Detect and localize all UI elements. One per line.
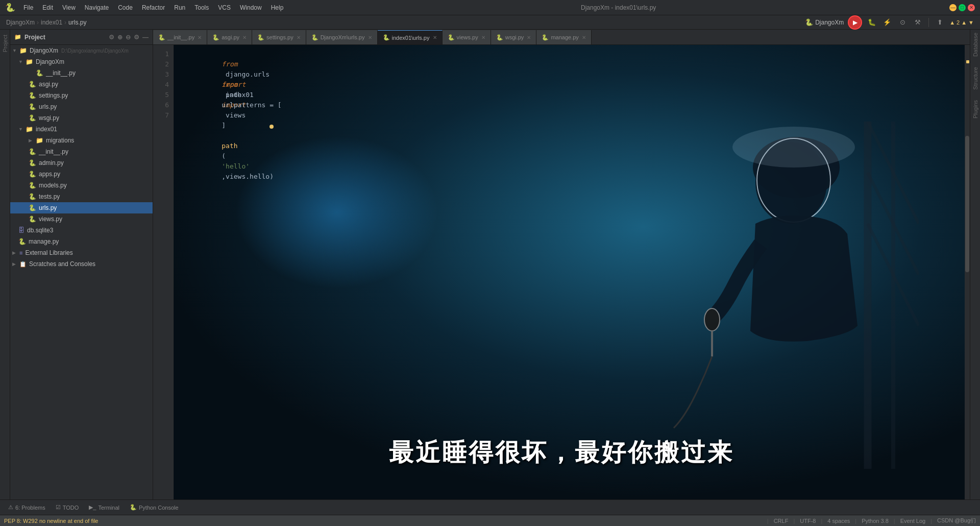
menu-run[interactable]: Run bbox=[170, 3, 189, 12]
tree-scratches[interactable]: ▶ 📋 Scratches and Consoles bbox=[10, 258, 153, 270]
tree-migrations-folder[interactable]: ▶ 📁 migrations bbox=[10, 135, 153, 146]
problems-tab[interactable]: ⚠ 6: Problems bbox=[4, 502, 50, 513]
tab-manage[interactable]: 🐍 manage.py ✕ bbox=[536, 30, 591, 44]
run-config-icon: 🐍 bbox=[805, 18, 813, 26]
project-panel-title: Project bbox=[24, 34, 45, 41]
project-menu-icon[interactable]: ⚙ bbox=[134, 34, 139, 41]
tree-urls-py-main[interactable]: 🐍 urls.py bbox=[10, 101, 153, 112]
migrations-icon: 📁 bbox=[36, 137, 43, 144]
plugins-tab-label[interactable]: Plugins bbox=[971, 97, 979, 122]
profile-button[interactable]: ⚡ bbox=[881, 17, 893, 28]
tab-djangoxm-urls[interactable]: 🐍 DjangoXm\urls.py ✕ bbox=[306, 30, 378, 44]
migrations-label: migrations bbox=[46, 137, 74, 144]
tree-wsgi-py[interactable]: 🐍 wsgi.py bbox=[10, 112, 153, 124]
menu-bar: File Edit View Navigate Code Refactor Ru… bbox=[19, 3, 287, 12]
coverage-button[interactable]: ⊙ bbox=[897, 17, 908, 28]
database-tab-label[interactable]: Database bbox=[971, 30, 979, 60]
todo-tab[interactable]: ☑ TODO bbox=[52, 502, 83, 513]
tab-asgi-close[interactable]: ✕ bbox=[242, 35, 247, 40]
tab-views-close[interactable]: ✕ bbox=[481, 35, 485, 40]
tab-index01-urls[interactable]: 🐍 index01\urls.py ✕ bbox=[378, 30, 443, 44]
tree-external-libs[interactable]: ▶ ≡ External Libraries bbox=[10, 247, 153, 258]
breadcrumb-middle[interactable]: index01 bbox=[41, 19, 62, 26]
run-button[interactable]: ▶ bbox=[848, 15, 862, 30]
tree-init-py-2[interactable]: 🐍 __init__.py bbox=[10, 146, 153, 157]
warning-count[interactable]: ▲▲ 22 ▲ ▼ bbox=[949, 19, 974, 26]
tab-settings[interactable]: 🐍 settings.py ✕ bbox=[252, 30, 306, 44]
menu-code[interactable]: Code bbox=[114, 3, 137, 12]
indent[interactable]: 4 spaces bbox=[827, 518, 850, 524]
window-controls: — □ ✕ bbox=[949, 4, 975, 11]
tab-wsgi[interactable]: 🐍 wsgi.py ✕ bbox=[491, 30, 537, 44]
menu-tools[interactable]: Tools bbox=[190, 3, 213, 12]
tree-index01-folder[interactable]: ▼ 📁 index01 bbox=[10, 124, 153, 135]
tab-init[interactable]: 🐍 __init__.py ✕ bbox=[153, 30, 207, 44]
build-button[interactable]: ⚒ bbox=[912, 17, 923, 28]
project-collapse-icon[interactable]: ⊖ bbox=[126, 34, 131, 41]
menu-refactor[interactable]: Refactor bbox=[138, 3, 169, 12]
tree-root[interactable]: ▼ 📁 DjangoXm D:\Djangoxiangmu\DjangoXm bbox=[10, 45, 153, 56]
line-ending[interactable]: CRLF bbox=[774, 518, 789, 524]
tree-apps-py[interactable]: 🐍 apps.py bbox=[10, 169, 153, 180]
tab-manage-close[interactable]: ✕ bbox=[582, 35, 586, 40]
init-py-label-1: __init__.py bbox=[46, 69, 76, 77]
project-panel-toggle[interactable]: Project bbox=[1, 32, 9, 55]
apps-label: apps.py bbox=[39, 171, 60, 178]
tab-views[interactable]: 🐍 views.py ✕ bbox=[443, 30, 491, 44]
structure-tab-label[interactable]: Structure bbox=[971, 64, 979, 93]
tab-init-close[interactable]: ✕ bbox=[198, 35, 202, 40]
tree-asgi-py[interactable]: 🐍 asgi.py bbox=[10, 79, 153, 90]
index01-folder-icon: 📁 bbox=[26, 126, 33, 133]
run-configuration: 🐍 DjangoXm bbox=[805, 18, 844, 26]
tab-settings-close[interactable]: ✕ bbox=[297, 35, 301, 40]
tree-djangoxm-folder[interactable]: ▼ 📁 DjangoXm bbox=[10, 56, 153, 67]
tab-asgi[interactable]: 🐍 asgi.py ✕ bbox=[207, 30, 252, 44]
tab-djangoxm-urls-label: DjangoXm\urls.py bbox=[321, 34, 365, 40]
views-icon: 🐍 bbox=[29, 216, 36, 223]
tree-admin-py[interactable]: 🐍 admin.py bbox=[10, 157, 153, 169]
tree-db-sqlite[interactable]: 🗄 db.sqlite3 bbox=[10, 225, 153, 236]
menu-navigate[interactable]: Navigate bbox=[81, 3, 113, 12]
scrollbar-gutter bbox=[965, 45, 970, 499]
menu-vcs[interactable]: VCS bbox=[214, 3, 235, 12]
ext-libs-label: External Libraries bbox=[25, 249, 72, 256]
root-arrow: ▼ bbox=[12, 48, 18, 53]
tree-models-py[interactable]: 🐍 models.py bbox=[10, 180, 153, 191]
code-editor[interactable]: from django.urls import path from index0… bbox=[174, 45, 970, 499]
git-button[interactable]: ⬆ bbox=[934, 17, 945, 28]
terminal-tab[interactable]: ▶_ Terminal bbox=[85, 502, 124, 513]
breadcrumb-current[interactable]: urls.py bbox=[68, 19, 86, 26]
encoding[interactable]: UTF-8 bbox=[800, 518, 816, 524]
tree-views-py[interactable]: 🐍 views.py bbox=[10, 213, 153, 225]
tab-djangoxm-urls-close[interactable]: ✕ bbox=[368, 35, 372, 40]
breadcrumb-root[interactable]: DjangoXm bbox=[6, 19, 35, 26]
menu-file[interactable]: File bbox=[19, 3, 37, 12]
status-sep-1: | bbox=[767, 518, 769, 524]
tree-init-py-1[interactable]: 🐍 __init__.py bbox=[10, 67, 153, 79]
menu-edit[interactable]: Edit bbox=[38, 3, 57, 12]
init-py-icon-1: 🐍 bbox=[36, 69, 43, 77]
tree-tests-py[interactable]: 🐍 tests.py bbox=[10, 191, 153, 202]
menu-view[interactable]: View bbox=[58, 3, 80, 12]
minimize-button[interactable]: — bbox=[949, 4, 957, 11]
project-minimize-icon[interactable]: — bbox=[142, 34, 149, 41]
run-config-name[interactable]: DjangoXm bbox=[815, 19, 844, 26]
tree-urls-py-index[interactable]: 🐍 urls.py bbox=[10, 202, 153, 213]
tree-settings-py[interactable]: 🐍 settings.py bbox=[10, 90, 153, 101]
tab-wsgi-close[interactable]: ✕ bbox=[527, 35, 531, 40]
scrollbar-thumb[interactable] bbox=[965, 136, 969, 272]
tab-index01-urls-close[interactable]: ✕ bbox=[433, 35, 437, 40]
line-num-6: 6 bbox=[153, 100, 173, 110]
event-log[interactable]: Event Log bbox=[900, 518, 926, 524]
python-console-tab[interactable]: 🐍 Python Console bbox=[126, 502, 183, 513]
project-expand-icon[interactable]: ⊕ bbox=[117, 34, 122, 41]
admin-icon: 🐍 bbox=[29, 159, 36, 166]
debug-button[interactable]: 🐛 bbox=[866, 17, 877, 28]
wsgi-label: wsgi.py bbox=[39, 114, 59, 122]
menu-window[interactable]: Window bbox=[236, 3, 266, 12]
close-button[interactable]: ✕ bbox=[968, 4, 975, 11]
line-numbers: 1 2 3 4 5 6 7 bbox=[153, 45, 174, 499]
tree-manage-py[interactable]: 🐍 manage.py bbox=[10, 236, 153, 247]
menu-help[interactable]: Help bbox=[267, 3, 288, 12]
maximize-button[interactable]: □ bbox=[959, 4, 966, 11]
